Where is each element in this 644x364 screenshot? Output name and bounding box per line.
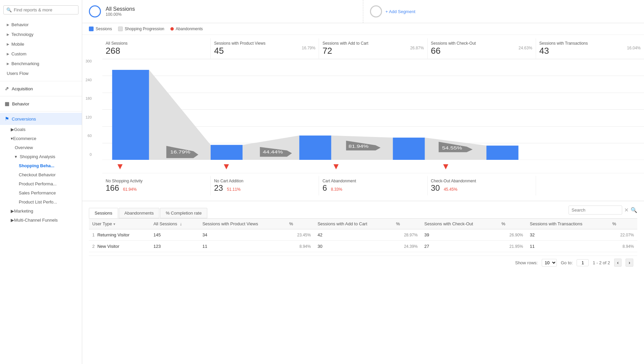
cell-add-cart: 30 xyxy=(314,241,393,252)
search-input[interactable] xyxy=(14,7,75,12)
th-add-cart[interactable]: Sessions with Add to Cart xyxy=(314,219,393,229)
sidebar-main-behavior[interactable]: ▦ Behavior xyxy=(0,98,82,110)
table-footer: Show rows: 10 25 50 Go to: 1 - 2 of 2 ‹ … xyxy=(89,256,637,269)
cell-user-type: 1Returning Visitor xyxy=(89,229,150,241)
divider xyxy=(0,81,82,81)
cell-add-cart: 42 xyxy=(314,229,393,241)
th-checkout[interactable]: Sessions with Check-Out xyxy=(421,219,498,229)
sidebar-item-benchmarking[interactable]: ▶ Benchmarking xyxy=(0,59,82,69)
legend-shopping-label: Shopping Progression xyxy=(125,27,164,31)
sidebar-item-shopping-behavior[interactable]: Shopping Beha... xyxy=(0,161,82,170)
th-user-type-label: User Type xyxy=(92,221,112,226)
col-value-row-4: 43 16.04% xyxy=(539,46,641,56)
sidebar-item-marketing[interactable]: ▶ Marketing xyxy=(0,207,82,216)
down-arrow-2: ▼ xyxy=(332,161,340,172)
col-val-2: 72 xyxy=(322,46,332,56)
goto-page-input[interactable] xyxy=(577,259,589,266)
sidebar-main-acquisition[interactable]: ⇗ Acquisition xyxy=(0,83,82,95)
col-label-2: Sessions with Add to Cart xyxy=(322,41,424,46)
table-row[interactable]: 2New Visitor 123 11 8.94% 30 24.39% 27 2… xyxy=(89,241,637,252)
sidebar-item-overview[interactable]: Overview xyxy=(0,143,82,152)
sidebar-item-product-list[interactable]: Product List Perfo... xyxy=(0,197,82,207)
tab-abandonments[interactable]: Abandonments xyxy=(119,208,159,218)
sidebar-item-users-flow[interactable]: Users Flow xyxy=(0,69,82,78)
y-label-180: 180 xyxy=(86,96,92,100)
arrow-icon: ▶ xyxy=(11,209,14,214)
cell-checkout: 27 xyxy=(421,241,498,252)
sidebar-item-behavior[interactable]: ▶ Behavior xyxy=(0,20,82,30)
abandon-pct-2: 8.33% xyxy=(331,187,342,192)
arrow-icon: ▶ xyxy=(11,127,14,132)
next-page-button[interactable]: › xyxy=(626,259,633,267)
col-val-0: 268 xyxy=(106,46,120,56)
sidebar-item-label: Shopping Beha... xyxy=(19,163,54,168)
th-pv-pct: % xyxy=(286,219,314,229)
arrow-label-1: 44.44% xyxy=(263,150,283,154)
sidebar-item-label: Acquisition xyxy=(12,86,33,91)
cell-ac-pct: 28.97% xyxy=(393,229,421,241)
sidebar-item-multichannel[interactable]: ▶ Multi-Channel Funnels xyxy=(0,216,82,225)
sidebar-item-label: Ecommerce xyxy=(13,136,36,141)
abandon-col-2: Cart Abandonment 6 8.33% xyxy=(319,176,427,195)
add-segment-button[interactable]: + Add Segment xyxy=(363,0,644,23)
sidebar-item-goals[interactable]: ▶ Goals xyxy=(0,125,82,134)
cell-transactions: 32 xyxy=(527,229,609,241)
abandon-arrow-1: ▼ xyxy=(212,160,322,173)
tab-completion-rate[interactable]: % Completion rate xyxy=(160,208,207,218)
abandon-label-1: No Cart Addition xyxy=(214,179,315,183)
segment-circle xyxy=(89,5,101,17)
sidebar-item-technology[interactable]: ▶ Technology xyxy=(0,30,82,39)
sidebar-item-sales-performance[interactable]: Sales Performance xyxy=(0,188,82,197)
sidebar-item-label: Sales Performance xyxy=(19,190,56,195)
sidebar-item-shopping-analysis[interactable]: ▾ Shopping Analysis xyxy=(0,152,82,161)
arrow-icon: ▾ xyxy=(11,136,13,141)
th-co-pct: % xyxy=(498,219,526,229)
abandon-col-empty xyxy=(536,176,644,195)
th-all-sessions[interactable]: All Sessions ↓ xyxy=(150,219,199,229)
sidebar-item-ecommerce[interactable]: ▾ Ecommerce xyxy=(0,134,82,143)
cell-product-views: 11 xyxy=(199,241,286,252)
th-transactions[interactable]: Sessions with Transactions xyxy=(527,219,609,229)
down-arrow-0: ▼ xyxy=(116,161,124,172)
col-header-3: Sessions with Check-Out 66 24.63% xyxy=(428,38,536,59)
col-value-row-2: 72 26.87% xyxy=(322,46,424,56)
search-bar[interactable]: 🔍 xyxy=(3,5,78,14)
arrow-icon: ▶ xyxy=(7,42,9,46)
arrow-icon: ▶ xyxy=(7,62,9,65)
abandonment-row: No Shopping Activity 166 61.94% No Cart … xyxy=(102,173,644,195)
divider xyxy=(0,111,82,111)
prev-page-button[interactable]: ‹ xyxy=(614,259,622,267)
table-search-input[interactable] xyxy=(569,206,622,215)
abandon-col-0: No Shopping Activity 166 61.94% xyxy=(102,176,211,195)
bar-col4 xyxy=(486,146,518,160)
abandon-value-row-0: 166 61.94% xyxy=(106,183,207,193)
tab-sessions[interactable]: Sessions xyxy=(89,208,118,218)
sidebar-item-checkout-behavior[interactable]: Checkout Behavior xyxy=(0,170,82,179)
sidebar-item-product-performance[interactable]: Product Performa... xyxy=(0,179,82,188)
sidebar-item-mobile[interactable]: ▶ Mobile xyxy=(0,39,82,49)
legend: Sessions Shopping Progression Abandonmen… xyxy=(82,23,644,35)
clear-search-icon[interactable]: ✕ xyxy=(624,207,629,213)
th-product-views[interactable]: Sessions with Product Views xyxy=(199,219,286,229)
th-pv-pct-label: % xyxy=(289,221,293,226)
th-user-type[interactable]: User Type ▾ xyxy=(89,219,150,229)
table-header-row: User Type ▾ All Sessions ↓ Sessions with… xyxy=(89,219,637,229)
sidebar-item-label: Custom xyxy=(11,51,26,56)
abandon-pct-1: 51.11% xyxy=(227,187,241,192)
sidebar-main-conversions[interactable]: ⚑ Conversions xyxy=(0,113,82,125)
table-row[interactable]: 1Returning Visitor 145 34 23.45% 42 28.9… xyxy=(89,229,637,241)
sidebar-item-custom[interactable]: ▶ Custom xyxy=(0,49,82,59)
filter-icon[interactable]: ▾ xyxy=(113,222,115,226)
cell-user-type: 2New Visitor xyxy=(89,241,150,252)
show-rows-label: Show rows: xyxy=(515,260,538,265)
arrow-icon: ▶ xyxy=(7,33,9,36)
rows-per-page-select[interactable]: 10 25 50 xyxy=(542,259,557,267)
th-tr-pct: % xyxy=(609,219,638,229)
search-submit-icon[interactable]: 🔍 xyxy=(631,207,637,213)
cell-transactions: 11 xyxy=(527,241,609,252)
sidebar-item-label: Users Flow xyxy=(7,71,29,76)
col-pct-1: 16.79% xyxy=(302,46,316,50)
all-sessions-segment[interactable]: All Sessions 100.00% xyxy=(82,0,363,23)
col-value-row-0: 268 xyxy=(106,46,207,56)
y-label-300: 300 xyxy=(86,59,92,63)
